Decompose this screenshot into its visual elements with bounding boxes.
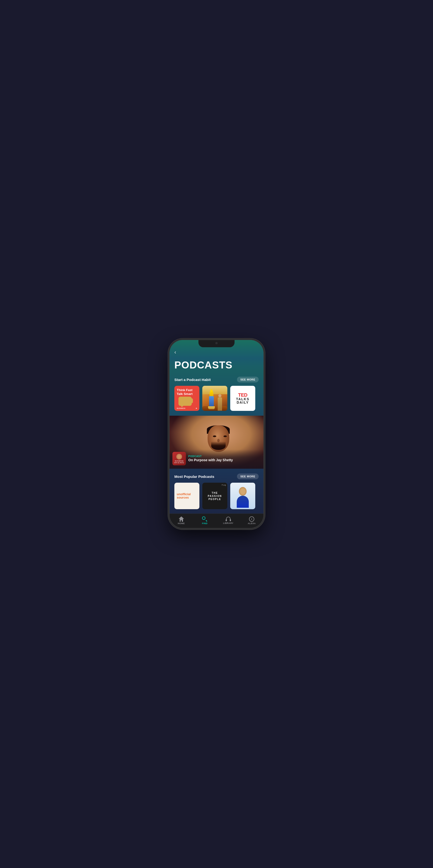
speech-bubbles-area: [177, 397, 197, 407]
thumb-content: ON PURPOSEwith Jay Shetty: [172, 452, 186, 465]
section-title-habit: Start a Podcast Habit: [174, 378, 211, 382]
nav-label-alexa: ALEXA: [248, 522, 256, 525]
arjuna-body: [218, 397, 222, 411]
section-title-popular: Most Popular Podcasts: [174, 474, 214, 478]
featured-title: On Purpose with Jay Shetty: [188, 458, 261, 462]
bottom-navigation: HOME FIND LIBRARY: [170, 514, 263, 528]
podcast-cards-row: Think FastTalk Smart BUSINESS: [174, 386, 259, 411]
gita-artwork: [202, 386, 227, 411]
alexa-icon: [249, 517, 254, 522]
notch: [198, 340, 235, 347]
search-circle: [202, 517, 205, 520]
nav-label-find: FIND: [202, 522, 208, 525]
featured-banner[interactable]: ON PURPOSEwith Jay Shetty PODCAST On Pur…: [170, 416, 263, 469]
home-body: [180, 519, 183, 522]
thumb-person-icon: [176, 454, 182, 460]
home-icon: [179, 517, 184, 522]
card-bottom-icons: BUSINESS: [177, 407, 197, 409]
headphone-icon: [226, 517, 231, 522]
see-more-habit-button[interactable]: SEE MORE: [237, 377, 259, 382]
banner-overlay: ON PURPOSEwith Jay Shetty PODCAST On Pur…: [170, 450, 263, 469]
nav-label-library: LIBRARY: [223, 522, 233, 524]
back-button[interactable]: ‹: [174, 349, 176, 355]
section-header-popular: Most Popular Podcasts SEE MORE: [174, 473, 259, 479]
page-title: PODCASTS: [174, 359, 259, 371]
arjuna-head: [218, 394, 222, 397]
krishna-robe: [208, 406, 215, 409]
krishna-crown: [209, 391, 213, 396]
passion-people-text: THEPASSIONPEOPLE: [208, 491, 222, 501]
thumb-on-purpose-text: ON PURPOSEwith Jay Shetty: [174, 460, 184, 463]
dot-indicator: [196, 408, 197, 409]
home-roof: [179, 517, 184, 519]
krishna-body: [209, 396, 214, 406]
podcast-card-passion-people[interactable]: P.Log THEPASSIONPEOPLE: [202, 483, 227, 509]
nav-item-find[interactable]: FIND: [193, 517, 217, 526]
jay-head: [208, 425, 229, 452]
start-habit-section: Start a Podcast Habit SEE MORE Think Fas…: [170, 377, 263, 411]
banner-info: PODCAST On Purpose with Jay Shetty: [188, 455, 261, 462]
headphone-ear-left: [226, 519, 227, 521]
nav-label-home: HOME: [178, 522, 185, 525]
ted-inner: TED TALKS DAILY: [236, 393, 249, 404]
search-icon: [202, 517, 207, 522]
podcast-card-blue-person[interactable]: [230, 483, 255, 509]
screen-content[interactable]: ‹ PODCASTS Start a Podcast Habit SEE MOR…: [170, 340, 263, 514]
phone-screen: ‹ PODCASTS Start a Podcast Habit SEE MOR…: [170, 340, 263, 528]
section-header-habit: Start a Podcast Habit SEE MORE: [174, 377, 259, 382]
home-door: [180, 520, 182, 522]
popular-cards-row: unofficial sources P.Log THEPASSIONPEOPL…: [174, 483, 259, 510]
nav-item-library[interactable]: LIBRARY: [216, 517, 240, 525]
person-head: [239, 487, 246, 496]
stanford-badge: BUSINESS: [177, 407, 186, 409]
featured-type-label: PODCAST: [188, 455, 261, 458]
nav-item-alexa[interactable]: ALEXA: [240, 517, 264, 526]
arjuna-figure: [216, 394, 224, 411]
blue-person-figure: [236, 485, 250, 507]
banner-thumbnail: ON PURPOSEwith Jay Shetty: [172, 452, 186, 465]
speech-bubble-small-icon: [186, 398, 193, 403]
podcast-card-think-fast[interactable]: Think FastTalk Smart BUSINESS: [174, 386, 199, 411]
most-popular-section: Most Popular Podcasts SEE MORE unofficia…: [170, 469, 263, 513]
jay-eye-left: [213, 435, 216, 437]
headphone-ears: [226, 519, 231, 521]
podcast-card-unofficial-sources[interactable]: unofficial sources: [174, 483, 199, 509]
krishna-figure: [207, 391, 216, 411]
podcast-card-bhagavad-gita[interactable]: [202, 386, 227, 411]
nav-item-home[interactable]: HOME: [170, 517, 193, 526]
plog-badge: P.Log: [222, 484, 226, 486]
see-more-popular-button[interactable]: SEE MORE: [237, 473, 259, 479]
headphone-ear-right: [230, 519, 231, 521]
person-body: [237, 496, 249, 508]
unofficial-text: unofficial: [177, 493, 197, 496]
daily-text: DAILY: [236, 401, 249, 404]
phone-frame: ‹ PODCASTS Start a Podcast Habit SEE MOR…: [170, 340, 263, 528]
alexa-dot: [251, 519, 252, 520]
search-handle: [206, 520, 207, 522]
jay-eye-right: [224, 435, 227, 437]
ted-text: TED: [236, 393, 249, 397]
podcast-card-ted-talks[interactable]: TED TALKS DAILY: [230, 386, 255, 411]
jay-beard: [211, 441, 226, 450]
sources-text: sources: [177, 496, 197, 499]
think-fast-title: Think FastTalk Smart: [177, 388, 197, 396]
talks-text: TALKS: [236, 397, 249, 401]
